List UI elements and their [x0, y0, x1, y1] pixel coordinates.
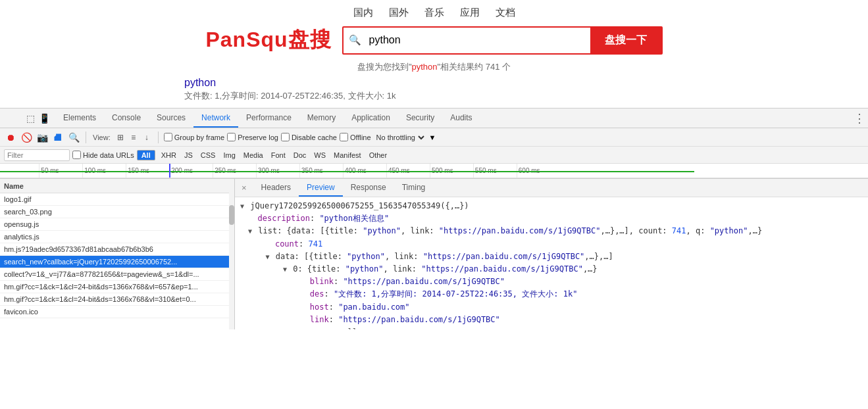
list-item-selected[interactable]: search_new?callback=jQuery17202599265000…	[0, 256, 234, 268]
hide-data-urls-checkbox[interactable]	[72, 151, 81, 159]
tab-memory[interactable]: Memory	[299, 108, 344, 128]
list-item[interactable]: hm.gif?cc=1&ck=1&cl=24-bit&ds=1366x768&v…	[0, 281, 234, 293]
inspect-icon[interactable]: ⬚	[26, 113, 35, 124]
disable-cache-checkbox[interactable]	[281, 133, 290, 141]
search-button[interactable]: 盘搜一下	[590, 28, 661, 53]
filter-manifest[interactable]: Manifest	[330, 151, 365, 160]
expand-icon[interactable]: ▼	[240, 203, 244, 210]
list-item[interactable]: hm.js?19adec9d6573367d81abcaab67b6b3b6	[0, 243, 234, 256]
expand-icon[interactable]: ▼	[283, 266, 287, 273]
timeline-blue-line	[169, 164, 170, 178]
nav-docs[interactable]: 文档	[496, 7, 515, 19]
group-by-frame-label[interactable]: Group by frame	[164, 133, 224, 141]
devtools: ⬚ 📱 Elements Console Sources Network Per…	[0, 108, 868, 329]
filter-xhr[interactable]: XHR	[158, 151, 180, 160]
tab-security[interactable]: Security	[398, 108, 442, 128]
expand-icon[interactable]: ▼	[248, 228, 252, 235]
response-tabs: × Headers Preview Response Timing	[235, 179, 868, 197]
filter-css[interactable]: CSS	[197, 151, 219, 160]
filter-other[interactable]: Other	[366, 151, 391, 160]
search-input[interactable]	[367, 30, 590, 51]
nav-links: 国内 国外 音乐 应用 文档	[0, 7, 868, 19]
result-summary: 盘搜为您找到"python"相关结果约 741 个	[0, 61, 868, 73]
tab-elements[interactable]: Elements	[55, 108, 104, 128]
capture-icon[interactable]: 📷	[36, 131, 49, 144]
list-item[interactable]: logo1.gif	[0, 193, 234, 206]
waterfall-view-icon[interactable]: ↓	[141, 132, 153, 143]
group-by-frame-checkbox[interactable]	[164, 133, 172, 141]
filter-ws[interactable]: WS	[311, 151, 329, 160]
list-item[interactable]: analytics.js	[0, 231, 234, 243]
devtools-more-icon[interactable]: ⋮	[854, 111, 865, 126]
throttle-select[interactable]: No throttling	[374, 133, 426, 142]
scroll-thumb[interactable]	[229, 205, 234, 225]
preserve-log-label[interactable]: Preserve log	[227, 133, 278, 141]
view-label: View:	[93, 133, 111, 141]
offline-label[interactable]: Offline	[340, 133, 371, 141]
offline-checkbox[interactable]	[340, 133, 348, 141]
close-tab-button[interactable]: ×	[238, 183, 251, 193]
all-filter-button[interactable]: All	[137, 150, 155, 160]
response-panel: × Headers Preview Response Timing ▼ jQue…	[235, 179, 868, 329]
list-item[interactable]: collect?v=1&_v=j77&a=877821656&t=pagevie…	[0, 268, 234, 281]
clear-icon[interactable]: 🚫	[20, 131, 33, 144]
grid-view-icon[interactable]: ⊞	[115, 132, 126, 143]
scrollbar[interactable]	[229, 179, 234, 329]
list-item[interactable]: opensug.js	[0, 218, 234, 231]
filter-img[interactable]: Img	[220, 151, 238, 160]
tab-console[interactable]: Console	[104, 108, 149, 128]
preserve-log-checkbox[interactable]	[227, 133, 236, 141]
list-view-icon[interactable]: ≡	[128, 132, 140, 143]
filter-media[interactable]: Media	[240, 151, 267, 160]
tab-response[interactable]: Response	[343, 179, 394, 197]
group-by-frame-text: Group by frame	[174, 133, 224, 141]
json-line: blink: "https://pan.baidu.com/s/1jG9QTBC…	[240, 276, 863, 288]
throttle-arrow: ▼	[429, 133, 436, 141]
tab-preview[interactable]: Preview	[299, 179, 343, 197]
nav-apps[interactable]: 应用	[460, 7, 480, 19]
tab-headers[interactable]: Headers	[253, 179, 299, 197]
devtools-tabs-bar: ⬚ 📱 Elements Console Sources Network Per…	[0, 108, 868, 128]
record-icon[interactable]: ⏺	[4, 131, 17, 144]
filter-input[interactable]	[4, 149, 70, 161]
tab-application[interactable]: Application	[344, 108, 398, 128]
json-line: count: 741	[240, 238, 863, 251]
json-line: ▼ list: {data: [{title: "python", link: …	[240, 225, 863, 237]
tab-network[interactable]: Network	[193, 108, 238, 128]
result-link[interactable]: python	[184, 77, 216, 88]
tab-audits[interactable]: Audits	[442, 108, 480, 128]
search-network-icon[interactable]: 🔍	[67, 131, 80, 144]
expand-icon[interactable]: ▼	[265, 253, 269, 260]
timeline-marks: 50 ms 100 ms 150 ms 200 ms 250 ms 300 ms…	[0, 164, 868, 178]
search-box: 🔍 盘搜一下	[342, 26, 663, 55]
offline-text: Offline	[350, 133, 371, 141]
disable-cache-text: Disable cache	[292, 133, 337, 141]
network-toolbar: ⏺ 🚫 📷 ⛘ 🔍 View: ⊞ ≡ ↓ Group by frame Pre…	[0, 128, 868, 147]
filter-doc[interactable]: Doc	[290, 151, 310, 160]
result-keyword: python	[412, 62, 438, 72]
nav-domestic[interactable]: 国内	[353, 7, 373, 19]
disable-cache-label[interactable]: Disable cache	[281, 133, 337, 141]
hide-data-urls-label[interactable]: Hide data URLs	[72, 151, 134, 159]
tab-timing[interactable]: Timing	[394, 179, 434, 197]
separator-2	[158, 132, 159, 143]
website-area: 国内 国外 音乐 应用 文档 PanSqu盘搜 🔍 盘搜一下 盘搜为您找到"py…	[0, 0, 868, 108]
tab-performance[interactable]: Performance	[238, 108, 299, 128]
json-line: ▼ jQuery172025992650006752​55_1563547055…	[240, 200, 863, 212]
view-icons: ⊞ ≡ ↓	[115, 132, 153, 143]
tab-sources[interactable]: Sources	[149, 108, 193, 128]
filter-font[interactable]: Font	[268, 151, 289, 160]
device-icon[interactable]: 📱	[39, 113, 50, 124]
hide-data-urls-text: Hide data URLs	[83, 151, 134, 159]
nav-foreign[interactable]: 国外	[389, 7, 409, 19]
list-item[interactable]: hm.gif?cc=1&ck=1&cl=24-bit&ds=1366x768&v…	[0, 293, 234, 306]
nav-music[interactable]: 音乐	[424, 7, 444, 19]
result-meta: 文件数: 1,分享时间: 2014-07-25T22:46:35, 文件大小: …	[184, 90, 868, 102]
search-icon: 🔍	[344, 34, 367, 46]
timeline-green-bar	[0, 171, 694, 172]
filter-icon[interactable]: ⛘	[51, 131, 64, 144]
filter-js[interactable]: JS	[181, 151, 196, 160]
json-line: ▼ 0: {title: "python", link: "https://pa…	[240, 263, 863, 276]
list-item[interactable]: favicon.ico	[0, 306, 234, 318]
list-item[interactable]: search_03.png	[0, 206, 234, 218]
